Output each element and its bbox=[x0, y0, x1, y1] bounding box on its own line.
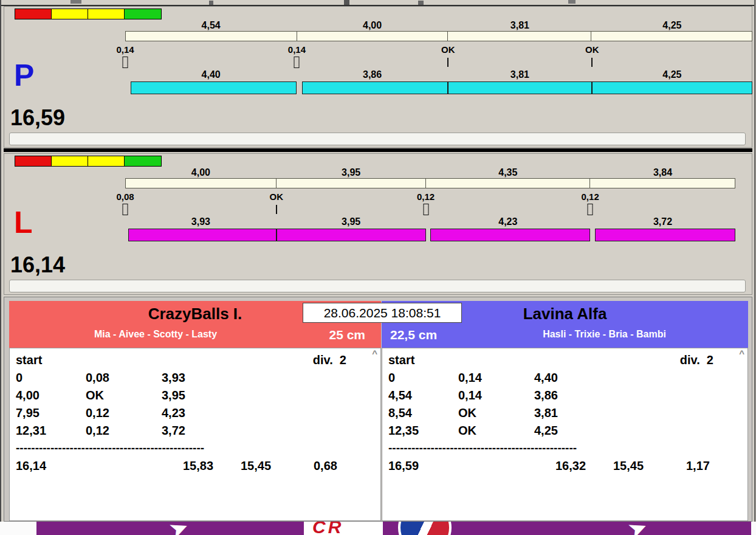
dog-time-bar bbox=[125, 229, 735, 241]
result-cell: 0,12 bbox=[86, 424, 162, 441]
flyball-timing-screen: P 16,59 4,544,003,814,25 0,140,14OKOK 4,… bbox=[0, 0, 756, 535]
dog-bar-fill bbox=[595, 229, 735, 241]
crossing-time-label: 0,14 bbox=[288, 44, 306, 55]
result-cell: 3,81 bbox=[534, 406, 747, 424]
result-cell: 12,31 bbox=[16, 424, 86, 441]
table-separator: ----------------------------------------… bbox=[382, 441, 610, 459]
dog-time-label: 4,23 bbox=[426, 216, 591, 227]
results-table: ^ start div. 2 00,083,934,00OK3,957,950,… bbox=[9, 348, 381, 521]
split-times-row: 4,544,003,814,25 bbox=[125, 20, 752, 31]
total-cell: 1,17 bbox=[686, 459, 747, 473]
split-bar-segment bbox=[277, 179, 425, 188]
arrow-icon: ➤ bbox=[167, 522, 191, 535]
crossing-times-row: 0,08OK0,120,12 bbox=[125, 192, 735, 202]
start-label: start bbox=[16, 353, 42, 371]
dog-bar-fill bbox=[592, 81, 752, 94]
result-cell: 0 bbox=[16, 371, 86, 388]
crossing-ticks-row bbox=[125, 57, 752, 69]
lane-panel-L: L 16,14 4,003,954,353,84 0,08OK0,120,12 … bbox=[4, 153, 752, 295]
crossing-ok-tick bbox=[276, 205, 277, 214]
window-border-left bbox=[0, 0, 1, 535]
toolbar-fragment bbox=[70, 0, 81, 4]
total-cell: 16,59 bbox=[388, 459, 555, 473]
split-bar-segment bbox=[297, 32, 448, 41]
lane-status-bar bbox=[9, 280, 746, 292]
split-time-label: 3,84 bbox=[590, 167, 735, 178]
crossing-time-label: OK bbox=[441, 44, 455, 55]
dog-time-label: 4,40 bbox=[125, 69, 297, 80]
clock: 28.06.2025 18:08:51 bbox=[303, 303, 462, 323]
result-cell: 0 bbox=[388, 371, 458, 388]
split-time-label: 3,95 bbox=[277, 167, 426, 178]
dog-bar-fill bbox=[128, 229, 277, 241]
lane-track-area: 4,003,954,353,84 0,08OK0,120,12 3,933,95… bbox=[125, 154, 752, 275]
crossing-time-label: 0,12 bbox=[417, 192, 435, 202]
dog-time-label: 3,72 bbox=[590, 216, 735, 227]
traffic-light-cell bbox=[15, 9, 52, 19]
result-row: 4,00OK3,95 bbox=[10, 388, 380, 406]
traffic-light-cell bbox=[88, 156, 125, 166]
scroll-up-icon[interactable]: ^ bbox=[739, 351, 744, 357]
crossing-time-label: 0,14 bbox=[116, 44, 134, 55]
team-panel-left: CrazyBalls I. Mia - Aivee - Scotty - Las… bbox=[9, 301, 381, 521]
split-bar-segment bbox=[426, 179, 590, 188]
crossing-ticks-row bbox=[125, 204, 735, 216]
division-label: div. 2 bbox=[680, 353, 713, 371]
split-bar-segment bbox=[448, 32, 591, 41]
crossing-ok-tick bbox=[591, 58, 593, 67]
result-cell: 0,12 bbox=[86, 406, 162, 424]
lane-status-bar bbox=[9, 133, 746, 145]
jump-height: 25 cm bbox=[329, 328, 365, 342]
sponsor-banner: ➤ CR ➤ bbox=[36, 522, 751, 535]
result-cell: 3,72 bbox=[162, 424, 380, 441]
dog-bar-fill bbox=[302, 81, 448, 94]
lane-track: 4,544,003,814,25 0,140,14OKOK 4,403,863,… bbox=[125, 7, 752, 128]
arrow-icon: ➤ bbox=[625, 522, 650, 535]
lane-letter-P: P bbox=[14, 59, 34, 92]
dog-bar-fill bbox=[448, 81, 592, 94]
dog-bar-fill bbox=[277, 229, 426, 241]
crossing-fault-tick bbox=[123, 57, 128, 68]
split-bar bbox=[125, 31, 752, 41]
total-cell: 16,14 bbox=[16, 459, 183, 473]
result-row: 12,35OK4,25 bbox=[382, 424, 747, 441]
lane-total-time: 16,59 bbox=[10, 105, 65, 131]
dog-times-row: 4,403,863,814,25 bbox=[125, 69, 752, 80]
lane-track-area: 4,544,003,814,25 0,140,14OKOK 4,403,863,… bbox=[125, 7, 752, 128]
result-cell: OK bbox=[458, 406, 534, 424]
lane-track: 4,003,954,353,84 0,08OK0,120,12 3,933,95… bbox=[125, 154, 735, 275]
team-dogs: Mia - Aivee - Scotty - Lasty bbox=[94, 329, 217, 339]
result-row: 00,144,40 bbox=[382, 371, 747, 388]
traffic-light-cell bbox=[88, 9, 125, 19]
result-row: 00,083,93 bbox=[10, 371, 380, 388]
split-times-row: 4,003,954,353,84 bbox=[125, 167, 735, 178]
result-rows: 00,083,934,00OK3,957,950,124,2312,310,12… bbox=[10, 371, 380, 441]
scroll-up-icon[interactable]: ^ bbox=[372, 351, 377, 357]
lane-total-time: 16,14 bbox=[10, 252, 65, 278]
dog-bar-fill bbox=[131, 81, 297, 94]
result-rows: 00,144,404,540,143,868,54OK3,8112,35OK4,… bbox=[382, 371, 747, 441]
result-row: 7,950,124,23 bbox=[10, 406, 380, 424]
split-time-label: 4,54 bbox=[125, 20, 297, 31]
crossing-time-label: 0,08 bbox=[116, 192, 134, 202]
total-cell: 15,45 bbox=[241, 459, 314, 473]
result-cell: 3,86 bbox=[534, 388, 747, 406]
dog-bar-segment bbox=[297, 81, 448, 94]
dog-time-label: 3,86 bbox=[297, 69, 448, 80]
crossing-times-row: 0,140,14OKOK bbox=[125, 44, 752, 55]
split-time-label: 4,00 bbox=[125, 167, 277, 178]
result-cell: 0,14 bbox=[458, 371, 534, 388]
dog-bar-segment bbox=[125, 81, 297, 94]
result-cell: 7,95 bbox=[16, 406, 86, 424]
flag-ball-icon bbox=[398, 522, 452, 535]
crossing-ok-tick bbox=[447, 58, 448, 67]
crossing-fault-tick bbox=[294, 57, 300, 68]
dog-time-bar bbox=[125, 81, 752, 94]
result-cell: 12,35 bbox=[388, 424, 458, 441]
logo-box: CR bbox=[304, 522, 383, 535]
logo-cr-text: CR bbox=[312, 522, 343, 534]
team-dogs: Hasli - Trixie - Bria - Bambi bbox=[543, 329, 666, 339]
split-bar-segment bbox=[126, 32, 297, 41]
scoreboard: CrazyBalls I. Mia - Aivee - Scotty - Las… bbox=[4, 297, 752, 522]
split-bar-segment bbox=[126, 179, 277, 188]
